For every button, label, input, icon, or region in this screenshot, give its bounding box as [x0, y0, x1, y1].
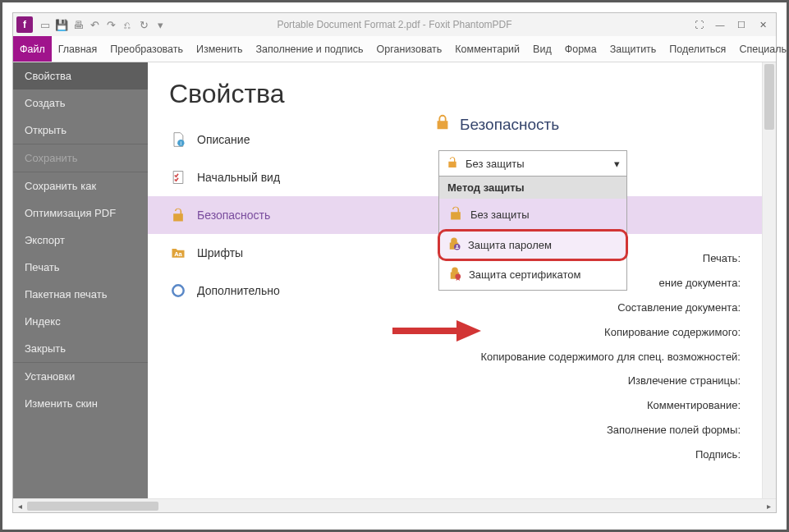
lock-person-icon: [447, 236, 461, 254]
svg-point-4: [177, 289, 181, 293]
sidebar-item-3: Сохранить: [13, 144, 148, 172]
ribbon-tab-5[interactable]: Организовать: [370, 36, 449, 62]
ribbon-tab-9[interactable]: Защитить: [603, 36, 663, 62]
security-heading: Безопасность: [433, 113, 696, 135]
ribbon-tab-11[interactable]: Специальные: [732, 36, 789, 62]
ribbon-tab-1[interactable]: Главная: [52, 36, 104, 62]
qat-open-icon[interactable]: ▭: [38, 17, 53, 32]
permission-label-1: ение документа:: [480, 271, 741, 296]
ribbon-tab-10[interactable]: Поделиться: [663, 36, 732, 62]
horizontal-scrollbar[interactable]: ◂ ▸: [13, 498, 776, 512]
nav-item-label: Описание: [197, 133, 250, 146]
sidebar-item-8[interactable]: Пакетная печать: [13, 281, 148, 308]
sidebar-item-6[interactable]: Экспорт: [13, 227, 148, 254]
qat-dropdown-icon[interactable]: ▾: [153, 17, 167, 32]
qat-print-icon[interactable]: 🖶: [71, 17, 85, 32]
permission-label-8: Подпись:: [480, 443, 741, 467]
permission-label-3: Копирование содержимого:: [480, 320, 741, 345]
vertical-scrollbar[interactable]: [762, 62, 776, 498]
dropdown-option-label: Защита паролем: [468, 239, 552, 251]
gear-icon: [169, 282, 187, 300]
scrollbar-track[interactable]: [27, 501, 762, 511]
qat-undo2-icon[interactable]: ⎌: [120, 17, 135, 32]
permission-label-7: Заполнение полей формы:: [480, 418, 741, 443]
titlebar: f ▭ 💾 🖶 ↶ ↷ ⎌ ↻ ▾ Portable Document Form…: [13, 13, 776, 36]
svg-text:Aa: Aa: [174, 250, 182, 258]
qat-redo-icon[interactable]: ↷: [103, 17, 118, 32]
ribbon-tab-0[interactable]: Файл: [13, 36, 52, 62]
scrollbar-thumb[interactable]: [764, 64, 774, 130]
sidebar-item-9[interactable]: Индекс: [13, 308, 148, 335]
svg-marker-9: [456, 320, 481, 342]
qat-save-icon[interactable]: 💾: [54, 17, 69, 32]
ribbon-tabs: ФайлГлавнаяПреобразоватьИзменитьЗаполнен…: [13, 36, 776, 62]
nav-item-label: Шрифты: [197, 246, 243, 259]
ribbon-tab-3[interactable]: Изменить: [190, 36, 249, 62]
sidebar-item-12[interactable]: Изменить скин: [13, 390, 148, 413]
qat-undo-icon[interactable]: ↶: [87, 17, 102, 32]
doc-check-icon: [169, 168, 187, 186]
ribbon-tab-2[interactable]: Преобразовать: [103, 36, 190, 62]
permissions-list: Печать:ение документа:Составление докуме…: [480, 246, 741, 467]
lock-cert-icon: [447, 266, 462, 283]
quick-access-toolbar: ▭ 💾 🖶 ↶ ↷ ⎌ ↻ ▾: [38, 17, 167, 32]
folder-font-icon: Aa: [169, 244, 187, 262]
ribbon-tab-4[interactable]: Заполнение и подпись: [249, 36, 369, 62]
sidebar-item-4[interactable]: Сохранить как: [13, 172, 148, 200]
sidebar-item-5[interactable]: Оптимизация PDF: [13, 200, 148, 227]
dropdown-option-0[interactable]: Без защиты: [439, 199, 626, 231]
lock-open-icon: [169, 206, 187, 224]
fullscreen-icon[interactable]: ⛶: [689, 16, 709, 33]
maximize-icon[interactable]: ☐: [732, 16, 751, 33]
permission-label-5: Извлечение страницы:: [480, 369, 741, 393]
permission-label-6: Комментирование:: [480, 393, 741, 418]
sidebar-item-1[interactable]: Создать: [13, 89, 148, 117]
backstage-content: Свойства iОписаниеНачальный видБезопасно…: [148, 62, 762, 498]
nav-item-label: Безопасность: [197, 209, 270, 222]
app-icon: f: [16, 16, 33, 33]
annotation-arrow: [392, 319, 483, 343]
ribbon-tab-7[interactable]: Вид: [526, 36, 558, 62]
page-title: Свойства: [148, 62, 762, 121]
dropdown-header: Метод защиты: [439, 177, 626, 199]
ribbon-tab-6[interactable]: Комментарий: [448, 36, 526, 62]
sidebar-item-10[interactable]: Закрыть: [13, 335, 148, 362]
nav-item-label: Дополнительно: [197, 284, 280, 297]
qat-redo2-icon[interactable]: ↻: [136, 17, 151, 32]
close-icon[interactable]: ✕: [753, 16, 773, 33]
security-heading-label: Безопасность: [460, 116, 559, 134]
nav-item-label: Начальный вид: [197, 171, 280, 184]
lock-open-icon: [447, 205, 464, 224]
lock-closed-icon: [433, 113, 452, 135]
minimize-icon[interactable]: ―: [710, 16, 730, 33]
backstage-sidebar: СвойстваСоздатьОткрытьСохранитьСохранить…: [13, 62, 148, 498]
permission-label-2: Составление документа:: [480, 296, 741, 320]
scrollbar-thumb[interactable]: [27, 502, 158, 511]
dropdown-option-label: Без защиты: [470, 209, 530, 221]
scroll-right-icon[interactable]: ▸: [762, 499, 776, 513]
ribbon-tab-8[interactable]: Форма: [558, 36, 603, 62]
sidebar-item-7[interactable]: Печать: [13, 254, 148, 281]
lock-open-icon: [446, 156, 459, 172]
dropdown-option-1[interactable]: Защита паролем: [438, 229, 628, 261]
sidebar-item-11[interactable]: Установки: [13, 363, 148, 390]
chevron-down-icon: ▾: [614, 158, 620, 170]
permission-label-4: Копирование содержимого для спец. возмож…: [480, 345, 741, 369]
doc-info-icon: i: [169, 131, 187, 149]
protection-combo[interactable]: Без защиты ▾: [438, 150, 627, 177]
combo-selected-label: Без защиты: [466, 158, 525, 170]
sidebar-item-2[interactable]: Открыть: [13, 117, 148, 144]
scroll-left-icon[interactable]: ◂: [13, 499, 27, 513]
svg-point-6: [456, 245, 458, 247]
sidebar-item-0[interactable]: Свойства: [13, 62, 148, 89]
